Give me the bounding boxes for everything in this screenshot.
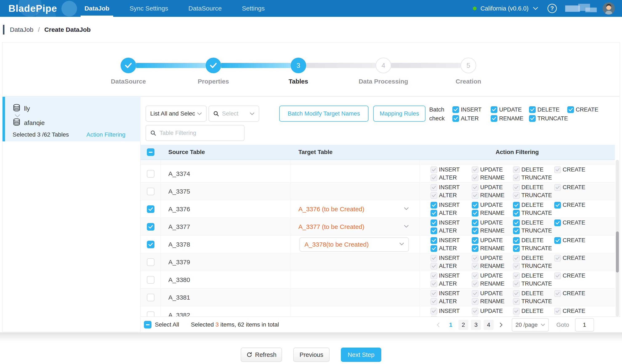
checkbox-checked-icon[interactable] [513,237,520,244]
chevron-down-icon[interactable] [404,225,409,229]
checkbox-checked-icon[interactable] [452,115,459,122]
row-checkbox[interactable] [147,258,155,266]
pagination-prev-button[interactable] [433,320,443,330]
pagination-next-button[interactable] [496,320,506,330]
checkbox-checked-icon[interactable] [554,219,561,226]
action-truncate[interactable]: TRUNCATE [511,245,553,252]
page-size-select[interactable]: 20 /page [512,318,549,332]
checkbox-checked-icon[interactable] [529,106,536,113]
chevron-down-icon[interactable] [533,6,538,10]
mapping-rules-button[interactable]: Mapping Rules [373,106,426,122]
checkbox-checked-icon[interactable] [529,115,536,122]
environment-label[interactable]: California (v0.6.0) [480,5,528,12]
action-create[interactable]: CREATE [553,202,594,209]
batch-check-truncate[interactable]: TRUNCATE [527,115,566,122]
checkbox-checked-icon[interactable] [513,228,520,234]
checkbox-checked-icon[interactable] [554,202,561,209]
checkbox-checked-icon[interactable] [513,202,520,209]
next-step-button[interactable]: Next Step [341,347,381,362]
row-checkbox[interactable] [147,170,155,178]
checkbox-checked-icon[interactable] [513,245,520,252]
checkbox-checked-icon[interactable] [430,202,437,209]
action-alter[interactable]: ALTER [429,210,470,216]
row-checkbox[interactable] [147,223,155,230]
row-checkbox[interactable] [147,311,155,317]
batch-modify-target-names-button[interactable]: Batch Modify Target Names [279,106,369,122]
batch-check-alter[interactable]: ALTER [451,115,489,122]
row-checkbox[interactable] [147,241,155,248]
action-rename[interactable]: RENAME [470,245,511,252]
action-update[interactable]: UPDATE [470,202,511,209]
action-filtering-link[interactable]: Action Filtering [86,131,125,138]
action-rename[interactable]: RENAME [470,210,511,216]
chevron-down-icon[interactable] [404,207,409,211]
table-filter-input[interactable]: Table Filtering [146,125,245,141]
nav-item-settings[interactable]: Settings [238,0,269,17]
row-checkbox[interactable] [147,188,155,195]
action-truncate[interactable]: TRUNCATE [511,210,553,216]
action-insert[interactable]: INSERT [429,219,470,226]
pagination-page-1[interactable]: 1 [446,320,456,330]
refresh-button[interactable]: Refresh [241,347,282,362]
avatar[interactable] [603,2,615,15]
datasource-pair-card[interactable]: lly afanqie Selected 3 /62 Tables Action… [2,97,140,141]
checkbox-checked-icon[interactable] [452,106,459,113]
action-delete[interactable]: DELETE [511,237,553,244]
table-scrollbar-thumb[interactable] [616,231,619,272]
action-alter[interactable]: ALTER [429,245,470,252]
batch-check-create[interactable]: CREATE [566,106,604,113]
nav-item-sync-settings[interactable]: Sync Settings [126,0,172,17]
table-scrollbar-track[interactable] [616,160,619,316]
batch-check-delete[interactable]: DELETE [527,106,566,113]
action-truncate[interactable]: TRUNCATE [511,228,553,234]
select-all-checkbox-indeterminate[interactable] [147,148,155,156]
checkbox-checked-icon[interactable] [554,237,561,244]
checkbox-checked-icon[interactable] [472,228,479,234]
checkbox-checked-icon[interactable] [430,228,437,234]
nav-item-datajob[interactable]: DataJob [81,0,113,17]
footer-select-all-checkbox[interactable] [144,321,152,328]
breadcrumb-parent[interactable]: DataJob [10,26,34,33]
checkbox-checked-icon[interactable] [472,210,479,216]
action-update[interactable]: UPDATE [470,219,511,226]
action-update[interactable]: UPDATE [470,237,511,244]
row-checkbox[interactable] [147,276,155,284]
pagination-page-2[interactable]: 2 [458,320,468,330]
checkbox-checked-icon[interactable] [567,106,574,113]
action-delete[interactable]: DELETE [511,202,553,209]
checkbox-checked-icon[interactable] [430,237,437,244]
checkbox-checked-icon[interactable] [472,245,479,252]
checkbox-checked-icon[interactable] [430,210,437,216]
checkbox-disabled-icon [430,290,437,297]
help-icon[interactable]: ? [547,4,557,13]
nav-item-datasource[interactable]: DataSource [185,0,225,17]
goto-page-input[interactable] [575,318,594,332]
checkbox-checked-icon[interactable] [513,219,520,226]
pagination-page-3[interactable]: 3 [471,320,481,330]
checkbox-checked-icon[interactable] [472,219,479,226]
checkbox-checked-icon[interactable] [472,237,479,244]
row-checkbox[interactable] [147,294,155,301]
action-create[interactable]: CREATE [553,237,594,244]
action-rename[interactable]: RENAME [470,228,511,234]
checkbox-checked-icon[interactable] [491,106,497,113]
action-create[interactable]: CREATE [553,219,594,226]
batch-check-rename[interactable]: RENAME [489,115,527,122]
action-insert[interactable]: INSERT [429,237,470,244]
action-delete[interactable]: DELETE [511,219,553,226]
batch-check-insert[interactable]: INSERT [451,106,489,113]
pagination-page-4[interactable]: 4 [484,320,494,330]
action-insert[interactable]: INSERT [429,202,470,209]
action-alter[interactable]: ALTER [429,228,470,234]
checkbox-checked-icon[interactable] [430,219,437,226]
checkbox-checked-icon[interactable] [430,245,437,252]
previous-button[interactable]: Previous [293,347,330,362]
row-checkbox[interactable] [147,205,155,213]
checkbox-checked-icon[interactable] [472,202,479,209]
target-table-select[interactable]: A_3378(to be Created) [299,237,409,252]
batch-check-update[interactable]: UPDATE [489,106,527,113]
checkbox-checked-icon[interactable] [491,115,497,122]
checkbox-checked-icon[interactable] [513,210,520,216]
list-mode-dropdown[interactable]: List All and Select ... [146,106,207,122]
table-select-dropdown[interactable]: Select [209,106,259,122]
